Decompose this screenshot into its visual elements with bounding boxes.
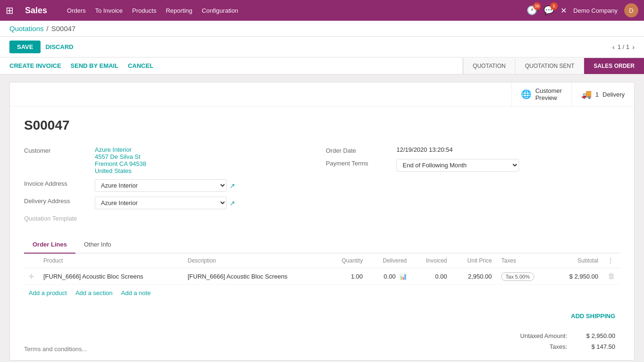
send-by-email-action[interactable]: SEND BY EMAIL xyxy=(71,62,119,69)
order-card: 🌐 Customer Preview 🚚 1 Delivery S00047 C… xyxy=(9,82,635,361)
notifications-button[interactable]: 🕐 38 xyxy=(527,5,537,16)
col-taxes: Taxes xyxy=(496,254,552,268)
invoice-address-ext-link[interactable]: ↗ xyxy=(230,182,235,189)
row-delivered: 0.00 📊 xyxy=(367,268,411,285)
message-count: 5 xyxy=(550,2,558,10)
row-invoiced[interactable]: 0.00 xyxy=(412,268,452,285)
col-drag xyxy=(24,254,39,268)
col-description: Description xyxy=(183,254,327,268)
top-navigation: ⊞ Sales Orders To Invoice Products Repor… xyxy=(0,0,644,21)
form-body: S00047 Customer Azure Interior 4557 De S… xyxy=(10,107,634,313)
invoice-address-select[interactable]: Azure Interior xyxy=(95,179,227,192)
delivery-address-select[interactable]: Azure Interior xyxy=(95,197,227,209)
stage-sales-order[interactable]: SALES ORDER xyxy=(584,58,644,74)
tab-order-lines[interactable]: Order Lines xyxy=(24,236,75,254)
topnav-right: 🕐 38 💬 5 ✕ Demo Company D xyxy=(527,3,638,17)
next-record-button[interactable]: › xyxy=(632,43,635,51)
order-lines-table: Product Description Quantity Delivered I… xyxy=(24,254,620,285)
invoice-address-field-row: Invoice Address Azure Interior ↗ xyxy=(24,179,318,192)
taxes-label: Taxes: xyxy=(495,342,571,352)
untaxed-label: Untaxed Amount: xyxy=(495,331,571,341)
cancel-action[interactable]: CANCEL xyxy=(128,62,153,69)
customer-field-row: Customer Azure Interior 4557 De Silva St… xyxy=(24,146,318,174)
col-subtotal: Subtotal xyxy=(552,254,603,268)
notification-count: 38 xyxy=(533,2,541,10)
delivery-address-field-row: Delivery Address Azure Interior ↗ xyxy=(24,197,318,209)
messages-button[interactable]: 💬 5 xyxy=(544,5,554,16)
row-product[interactable]: [FURN_6666] Acoustic Bloc Screens xyxy=(39,268,183,285)
col-row-actions: ⋮ xyxy=(603,254,620,268)
create-invoice-action[interactable]: CREATE INVOICE xyxy=(9,62,61,69)
stage-quotation[interactable]: QUOTATION xyxy=(463,58,515,74)
pagination-label: 1 / 1 xyxy=(618,43,629,50)
payment-terms-select[interactable]: End of Following Month xyxy=(396,159,519,172)
untaxed-row: Untaxed Amount: $ 2,950.00 xyxy=(495,331,619,341)
row-delete[interactable]: 🗑 xyxy=(603,268,620,285)
user-avatar[interactable]: D xyxy=(624,3,638,17)
workflow-actions: CREATE INVOICE SEND BY EMAIL CANCEL xyxy=(0,58,462,74)
invoice-address-select-wrap: Azure Interior ↗ xyxy=(95,179,318,192)
add-shipping-button[interactable]: ADD SHIPPING xyxy=(571,313,620,322)
prev-record-button[interactable]: ‹ xyxy=(612,43,615,51)
tabs: Order Lines Other Info xyxy=(24,236,620,254)
untaxed-value: $ 2,950.00 xyxy=(572,331,619,341)
form-left-column: Customer Azure Interior 4557 De Silva St… xyxy=(24,146,318,227)
table-row: ✛ [FURN_6666] Acoustic Bloc Screens [FUR… xyxy=(24,268,620,285)
delivery-address-select-wrap: Azure Interior ↗ xyxy=(95,197,318,209)
nav-configuration[interactable]: Configuration xyxy=(202,7,238,14)
row-drag-handle[interactable]: ✛ xyxy=(24,268,39,285)
close-icon[interactable]: ✕ xyxy=(561,6,567,15)
customer-preview-button[interactable]: 🌐 Customer Preview xyxy=(511,82,571,106)
row-taxes[interactable]: Tax 5.00% xyxy=(496,268,552,285)
payment-terms-select-wrap: End of Following Month xyxy=(396,159,620,172)
row-quantity[interactable]: 1.00 xyxy=(327,268,367,285)
col-invoiced: Invoiced xyxy=(412,254,452,268)
company-name: Demo Company xyxy=(573,7,618,14)
quotation-template-row: Quotation Template xyxy=(24,214,318,222)
add-section-link[interactable]: Add a section xyxy=(75,289,113,296)
add-note-link[interactable]: Add a note xyxy=(121,289,151,296)
quotation-template-label: Quotation Template xyxy=(24,214,95,222)
discard-button[interactable]: DISCARD xyxy=(45,43,73,50)
customer-preview-label: Customer Preview xyxy=(535,87,561,101)
delivered-chart-icon[interactable]: 📊 xyxy=(399,273,407,280)
order-number: S00047 xyxy=(24,118,620,133)
delivery-count: 1 xyxy=(595,91,599,98)
customer-label: Customer xyxy=(24,146,95,154)
order-date-label: Order Date xyxy=(326,146,396,154)
breadcrumb-parent[interactable]: Quotations xyxy=(9,25,44,33)
main-content: 🌐 Customer Preview 🚚 1 Delivery S00047 C… xyxy=(0,74,644,362)
add-product-link[interactable]: Add a product xyxy=(29,289,67,296)
invoice-address-label: Invoice Address xyxy=(24,179,95,187)
tab-other-info[interactable]: Other Info xyxy=(75,236,120,254)
form-grid: Customer Azure Interior 4557 De Silva St… xyxy=(24,146,620,227)
nav-to-invoice[interactable]: To Invoice xyxy=(95,7,123,14)
nav-products[interactable]: Products xyxy=(132,7,156,14)
add-shipping-row: ADD SHIPPING xyxy=(10,313,634,322)
col-product: Product xyxy=(39,254,183,268)
stage-quotation-sent[interactable]: QUOTATION SENT xyxy=(515,58,584,74)
terms-input[interactable] xyxy=(24,346,213,353)
terms-section xyxy=(24,346,213,353)
row-description[interactable]: [FURN_6666] Acoustic Bloc Screens xyxy=(183,268,327,285)
row-subtotal: $ 2,950.00 xyxy=(552,268,603,285)
order-date-value[interactable]: 12/19/2020 13:20:54 xyxy=(396,146,453,153)
delivery-button[interactable]: 🚚 1 Delivery xyxy=(571,82,634,106)
nav-reporting[interactable]: Reporting xyxy=(166,7,192,14)
payment-terms-label: Payment Terms xyxy=(326,159,396,167)
action-bar: SAVE DISCARD ‹ 1 / 1 › xyxy=(0,37,644,58)
app-grid-icon[interactable]: ⊞ xyxy=(6,5,14,16)
save-button[interactable]: SAVE xyxy=(9,41,41,53)
pagination: ‹ 1 / 1 › xyxy=(612,43,635,51)
taxes-value: $ 147.50 xyxy=(572,342,619,352)
customer-name[interactable]: Azure Interior xyxy=(95,146,146,153)
totals-table: Untaxed Amount: $ 2,950.00 Taxes: $ 147.… xyxy=(495,330,620,353)
delivery-address-ext-link[interactable]: ↗ xyxy=(230,199,235,207)
col-quantity: Quantity xyxy=(327,254,367,268)
breadcrumb-current: S00047 xyxy=(51,25,76,33)
row-unit-price[interactable]: 2,950.00 xyxy=(452,268,496,285)
nav-orders[interactable]: Orders xyxy=(67,7,86,14)
delivery-address-label: Delivery Address xyxy=(24,197,95,205)
delivery-label: Delivery xyxy=(603,91,625,98)
customer-address-1: 4557 De Silva St xyxy=(95,153,146,160)
